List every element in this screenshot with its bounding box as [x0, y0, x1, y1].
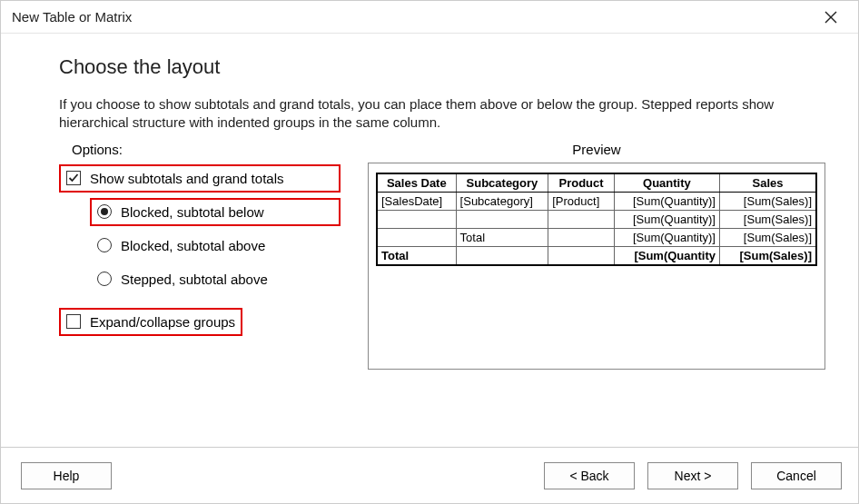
table-row: Total [Sum(Quantity [Sum(Sales)] [377, 246, 816, 265]
page-description: If you choose to show subtotals and gran… [59, 95, 813, 133]
expand-collapse-label: Expand/collapse groups [90, 314, 235, 330]
preview-table: Sales Date Subcategory Product Quantity … [376, 173, 817, 266]
page-heading: Choose the layout [59, 55, 825, 79]
close-button[interactable] [813, 5, 849, 30]
radio-blocked-above-input[interactable] [97, 238, 112, 252]
cell-sales: [Sum(Sales)] [719, 210, 816, 228]
cell-product [548, 246, 615, 265]
close-icon [824, 11, 837, 24]
cell-sales: [Sum(Sales)] [719, 228, 816, 246]
content-area: Choose the layout If you choose to show … [1, 34, 858, 447]
cell-sales: [Sum(Sales)] [719, 192, 816, 210]
cell-product: [Product] [548, 192, 615, 210]
radio-stepped-above[interactable]: Stepped, subtotal above [90, 265, 341, 293]
title-bar: New Table or Matrix [1, 1, 858, 34]
col-quantity: Quantity [614, 173, 719, 193]
radio-blocked-above[interactable]: Blocked, subtotal above [90, 232, 341, 260]
cell-subcategory: [Subcategory] [456, 192, 548, 210]
cell-sales-date [377, 210, 456, 228]
radio-blocked-below-input[interactable] [97, 204, 112, 219]
cell-quantity: [Sum(Quantity [614, 246, 719, 265]
radio-blocked-below-label: Blocked, subtotal below [121, 204, 264, 220]
expand-collapse-checkbox[interactable] [66, 314, 81, 329]
radio-stepped-above-label: Stepped, subtotal above [121, 272, 268, 287]
preview-box: Sales Date Subcategory Product Quantity … [368, 163, 825, 370]
cell-subcategory [456, 210, 548, 228]
col-product: Product [548, 173, 615, 193]
cell-quantity: [Sum(Quantity)] [614, 228, 719, 246]
cell-quantity: [Sum(Quantity)] [614, 192, 719, 210]
preview-column: Preview Sales Date Subcategory Product Q… [368, 142, 825, 370]
radio-blocked-above-label: Blocked, subtotal above [121, 238, 265, 253]
cancel-button[interactable]: Cancel [751, 462, 842, 489]
table-row: [Sum(Quantity)] [Sum(Sales)] [377, 210, 816, 228]
radio-stepped-above-input[interactable] [97, 272, 112, 286]
col-sales-date: Sales Date [377, 173, 456, 193]
cell-subcategory: Total [456, 228, 548, 246]
help-button[interactable]: Help [21, 462, 112, 489]
cell-sales-date: [SalesDate] [377, 192, 456, 210]
show-totals-label: Show subtotals and grand totals [90, 171, 283, 186]
cell-product [548, 210, 615, 228]
check-icon [68, 173, 79, 183]
next-button[interactable]: Next > [647, 462, 738, 489]
cell-product [548, 228, 615, 246]
preview-label: Preview [368, 142, 825, 157]
table-header-row: Sales Date Subcategory Product Quantity … [377, 173, 816, 193]
window-title: New Table or Matrix [12, 9, 132, 25]
options-label: Options: [72, 142, 341, 157]
cell-subcategory [456, 246, 548, 265]
cell-sales-date: Total [377, 246, 456, 265]
footer: Help < Back Next > Cancel [1, 447, 858, 503]
cell-sales-date [377, 228, 456, 246]
col-subcategory: Subcategory [456, 173, 548, 193]
show-totals-option[interactable]: Show subtotals and grand totals [59, 164, 341, 193]
cell-sales: [Sum(Sales)] [719, 246, 816, 265]
table-row: [SalesDate] [Subcategory] [Product] [Sum… [377, 192, 816, 210]
expand-collapse-option[interactable]: Expand/collapse groups [59, 308, 242, 336]
options-column: Options: Show subtotals and grand totals… [59, 142, 341, 370]
show-totals-checkbox[interactable] [66, 171, 81, 185]
col-sales: Sales [719, 173, 816, 193]
table-row: Total [Sum(Quantity)] [Sum(Sales)] [377, 228, 816, 246]
back-button[interactable]: < Back [544, 462, 635, 489]
radio-blocked-below[interactable]: Blocked, subtotal below [90, 198, 341, 226]
cell-quantity: [Sum(Quantity)] [614, 210, 719, 228]
